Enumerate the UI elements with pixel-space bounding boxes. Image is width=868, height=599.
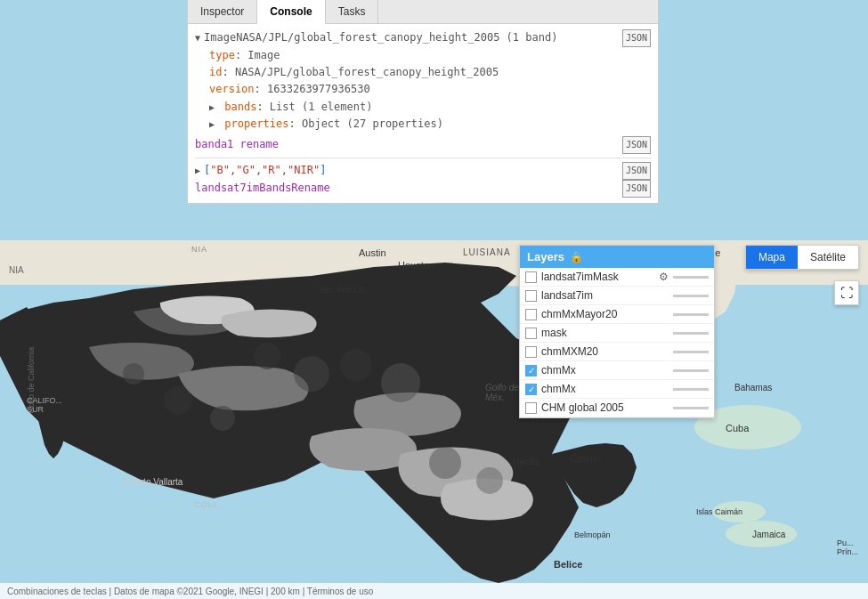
layer-row[interactable]: landsat7imMask⚙ — [520, 268, 714, 287]
svg-point-13 — [726, 521, 797, 547]
layer-checkbox[interactable] — [525, 309, 537, 320]
layer-opacity-slider[interactable] — [673, 332, 709, 335]
layer-row[interactable]: mask — [520, 324, 714, 343]
layer-checkbox[interactable]: ✓ — [525, 365, 537, 376]
layer-name: chmMx — [541, 364, 669, 376]
map-type-selector[interactable]: Mapa Satélite — [745, 245, 859, 270]
layer-row[interactable]: ✓chmMx — [520, 380, 714, 399]
layer-row[interactable]: chmMxMayor20 — [520, 305, 714, 324]
layer-name: chmMXM20 — [541, 345, 669, 358]
layer-row[interactable]: landsat7im — [520, 287, 714, 305]
layer-checkbox[interactable] — [525, 346, 537, 358]
fullscreen-icon: ⛶ — [840, 286, 853, 300]
attribution-text: Combinaciones de teclas | Datos de mapa … — [7, 587, 373, 596]
svg-point-4 — [294, 356, 329, 392]
satelite-button[interactable]: Satélite — [798, 246, 858, 269]
json-button-1[interactable]: JSON — [622, 29, 651, 47]
image-id-row: id: NASA/JPL/global_forest_canopy_height… — [209, 64, 651, 81]
expand-arrow[interactable]: ▼ — [195, 31, 200, 45]
image-version-row: version: 1633263977936530 — [209, 81, 651, 98]
svg-point-11 — [476, 467, 503, 494]
tab-bar: Inspector Console Tasks — [188, 0, 658, 24]
layer-name: landsat7im — [541, 289, 669, 302]
lock-icon[interactable]: 🔒 — [570, 251, 583, 263]
mapa-button[interactable]: Mapa — [746, 246, 798, 269]
image-keyword: Image — [204, 29, 236, 46]
array-arrow[interactable]: ▶ — [195, 164, 200, 178]
layer-checkbox[interactable] — [525, 271, 537, 283]
layer-opacity-slider[interactable] — [673, 295, 709, 297]
banda1-row: banda1 rename JSON — [195, 136, 651, 154]
tab-console[interactable]: Console — [257, 0, 325, 24]
image-path: NASA/JPL/global_forest_canopy_height_200… — [236, 29, 557, 46]
layer-row[interactable]: chmMXM20 — [520, 343, 714, 361]
separator-1 — [195, 158, 651, 158]
layer-checkbox[interactable]: ✓ — [525, 384, 537, 395]
layer-name: chmMx — [541, 383, 669, 395]
json-button-4[interactable]: JSON — [622, 180, 651, 198]
layer-name: mask — [541, 327, 669, 339]
tab-tasks[interactable]: Tasks — [326, 0, 379, 23]
image-properties-row: ▶ properties: Object (27 properties) — [209, 116, 651, 133]
layer-name: landsat7imMask — [541, 271, 654, 283]
layer-name: CHM global 2005 — [541, 401, 669, 414]
fullscreen-button[interactable]: ⛶ — [834, 280, 859, 305]
layer-opacity-slider[interactable] — [673, 351, 709, 353]
layer-checkbox[interactable] — [525, 402, 537, 414]
image-bands-row: ▶ bands: List (1 element) — [209, 99, 651, 116]
layer-checkbox[interactable] — [525, 290, 537, 302]
svg-point-10 — [429, 447, 461, 479]
properties-arrow[interactable]: ▶ — [209, 119, 215, 129]
console-panel: Inspector Console Tasks ▼ Image NASA/JPL… — [187, 0, 659, 204]
landsat-rename-row: landsat7imBandsRename JSON — [195, 180, 651, 198]
array-entry: ▶ ["B","G","R","NIR"] JSON — [195, 162, 651, 180]
console-output: ▼ Image NASA/JPL/global_forest_canopy_he… — [188, 24, 658, 203]
image-type-row: type: Image — [209, 47, 651, 64]
svg-point-8 — [164, 386, 192, 415]
svg-point-3 — [254, 343, 280, 369]
layer-opacity-slider[interactable] — [673, 276, 709, 279]
svg-point-6 — [381, 363, 420, 402]
map-attribution: Combinaciones de teclas | Datos de mapa … — [0, 583, 868, 599]
svg-point-5 — [340, 349, 372, 381]
layer-opacity-slider[interactable] — [673, 388, 709, 391]
svg-point-9 — [210, 406, 235, 431]
layers-title: Layers — [527, 250, 564, 263]
layer-row[interactable]: ✓chmMx — [520, 361, 714, 380]
json-button-3[interactable]: JSON — [622, 162, 651, 180]
svg-point-14 — [712, 501, 766, 522]
svg-point-7 — [123, 363, 144, 384]
layer-checkbox[interactable] — [525, 328, 537, 339]
layer-gear-icon[interactable]: ⚙ — [659, 271, 669, 283]
layer-list: landsat7imMask⚙landsat7imchmMxMayor20mas… — [520, 268, 714, 417]
layer-opacity-slider[interactable] — [673, 407, 709, 409]
tab-inspector[interactable]: Inspector — [188, 0, 257, 23]
layers-panel: Layers 🔒 landsat7imMask⚙landsat7imchmMxM… — [519, 245, 715, 418]
layers-header: Layers 🔒 — [520, 246, 714, 268]
layer-row[interactable]: CHM global 2005 — [520, 399, 714, 417]
bands-arrow[interactable]: ▶ — [209, 102, 215, 112]
layer-opacity-slider[interactable] — [673, 369, 709, 372]
layer-name: chmMxMayor20 — [541, 308, 669, 320]
console-entry-image: ▼ Image NASA/JPL/global_forest_canopy_he… — [195, 29, 651, 47]
layer-opacity-slider[interactable] — [673, 313, 709, 316]
json-button-2[interactable]: JSON — [622, 136, 651, 154]
